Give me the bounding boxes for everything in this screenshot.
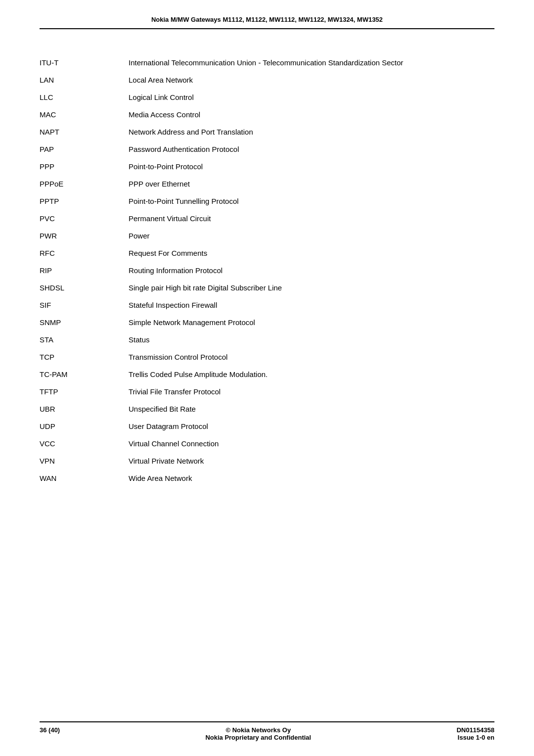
abbreviation-definition: Trivial File Transfer Protocol — [129, 383, 494, 400]
abbreviation-definition: Single pair High bit rate Digital Subscr… — [129, 279, 494, 296]
table-row: RFCRequest For Comments — [40, 244, 494, 262]
table-row: SHDSLSingle pair High bit rate Digital S… — [40, 279, 494, 296]
abbreviation-definition: Request For Comments — [129, 244, 494, 262]
content-area: ITU-TInternational Telecommunication Uni… — [40, 49, 494, 492]
abbreviation-definition: Status — [129, 331, 494, 348]
header-title: Nokia M/MW Gateways M1112, M1122, MW1112… — [151, 16, 383, 23]
abbreviation-term: UBR — [40, 400, 129, 418]
abbreviation-definition: Unspecified Bit Rate — [129, 400, 494, 418]
abbreviation-term: RIP — [40, 262, 129, 279]
table-row: MACMedia Access Control — [40, 106, 494, 123]
abbreviation-definition: Stateful Inspection Firewall — [129, 296, 494, 314]
table-row: PPPoEPPP over Ethernet — [40, 175, 494, 192]
abbreviation-term: PPTP — [40, 192, 129, 210]
abbreviation-definition: Media Access Control — [129, 106, 494, 123]
abbreviation-definition: Point-to-Point Tunnelling Protocol — [129, 192, 494, 210]
abbreviation-definition: Local Area Network — [129, 71, 494, 89]
abbreviation-term: PPPoE — [40, 175, 129, 192]
abbreviation-term: RFC — [40, 244, 129, 262]
table-row: SNMPSimple Network Management Protocol — [40, 314, 494, 331]
table-row: UBRUnspecified Bit Rate — [40, 400, 494, 418]
table-row: LLCLogical Link Control — [40, 89, 494, 106]
abbreviation-term: STA — [40, 331, 129, 348]
table-row: SIFStateful Inspection Firewall — [40, 296, 494, 314]
abbreviation-term: PAP — [40, 141, 129, 158]
abbreviation-definition: Virtual Private Network — [129, 452, 494, 470]
abbreviation-definition: Network Address and Port Translation — [129, 123, 494, 141]
abbreviation-term: PPP — [40, 158, 129, 175]
abbreviation-term: VPN — [40, 452, 129, 470]
table-row: PPTPPoint-to-Point Tunnelling Protocol — [40, 192, 494, 210]
abbreviation-definition: Power — [129, 227, 494, 244]
table-row: ITU-TInternational Telecommunication Uni… — [40, 54, 494, 71]
table-row: PVCPermanent Virtual Circuit — [40, 210, 494, 227]
abbreviation-table: ITU-TInternational Telecommunication Uni… — [40, 54, 494, 487]
table-row: TC-PAMTrellis Coded Pulse Amplitude Modu… — [40, 366, 494, 383]
table-row: LANLocal Area Network — [40, 71, 494, 89]
abbreviation-term: UDP — [40, 418, 129, 435]
table-row: PWRPower — [40, 227, 494, 244]
abbreviation-definition: Simple Network Management Protocol — [129, 314, 494, 331]
abbreviation-definition: Logical Link Control — [129, 89, 494, 106]
abbreviation-definition: Virtual Channel Connection — [129, 435, 494, 452]
abbreviation-term: SNMP — [40, 314, 129, 331]
abbreviation-term: SIF — [40, 296, 129, 314]
footer-page-number: 36 (40) — [40, 726, 60, 734]
table-row: RIPRouting Information Protocol — [40, 262, 494, 279]
abbreviation-term: MAC — [40, 106, 129, 123]
table-row: PAPPassword Authentication Protocol — [40, 141, 494, 158]
abbreviation-term: VCC — [40, 435, 129, 452]
table-row: TFTPTrivial File Transfer Protocol — [40, 383, 494, 400]
table-row: UDPUser Datagram Protocol — [40, 418, 494, 435]
abbreviation-term: NAPT — [40, 123, 129, 141]
abbreviation-definition: International Telecommunication Union - … — [129, 54, 494, 71]
page-header: Nokia M/MW Gateways M1112, M1122, MW1112… — [40, 0, 494, 29]
abbreviation-definition: User Datagram Protocol — [129, 418, 494, 435]
table-row: VPNVirtual Private Network — [40, 452, 494, 470]
abbreviation-definition: Password Authentication Protocol — [129, 141, 494, 158]
abbreviation-term: LAN — [40, 71, 129, 89]
abbreviation-definition: Permanent Virtual Circuit — [129, 210, 494, 227]
abbreviation-definition: Transmission Control Protocol — [129, 348, 494, 366]
table-row: NAPTNetwork Address and Port Translation — [40, 123, 494, 141]
table-row: TCPTransmission Control Protocol — [40, 348, 494, 366]
abbreviation-definition: Trellis Coded Pulse Amplitude Modulation… — [129, 366, 494, 383]
page-footer: 36 (40) © Nokia Networks Oy Nokia Propri… — [40, 721, 494, 741]
table-row: VCCVirtual Channel Connection — [40, 435, 494, 452]
footer-doc-info: DN01154358 Issue 1-0 en — [456, 726, 494, 741]
abbreviation-term: TFTP — [40, 383, 129, 400]
table-row: STAStatus — [40, 331, 494, 348]
abbreviation-term: TCP — [40, 348, 129, 366]
abbreviation-definition: Point-to-Point Protocol — [129, 158, 494, 175]
abbreviation-definition: Wide Area Network — [129, 470, 494, 487]
abbreviation-term: PVC — [40, 210, 129, 227]
page: Nokia M/MW Gateways M1112, M1122, MW1112… — [0, 0, 534, 756]
abbreviation-term: LLC — [40, 89, 129, 106]
abbreviation-definition: PPP over Ethernet — [129, 175, 494, 192]
abbreviation-term: TC-PAM — [40, 366, 129, 383]
table-row: PPPPoint-to-Point Protocol — [40, 158, 494, 175]
abbreviation-term: SHDSL — [40, 279, 129, 296]
abbreviation-term: ITU-T — [40, 54, 129, 71]
footer-company: © Nokia Networks Oy Nokia Proprietary an… — [205, 726, 311, 741]
table-row: WANWide Area Network — [40, 470, 494, 487]
abbreviation-term: PWR — [40, 227, 129, 244]
abbreviation-definition: Routing Information Protocol — [129, 262, 494, 279]
abbreviation-term: WAN — [40, 470, 129, 487]
